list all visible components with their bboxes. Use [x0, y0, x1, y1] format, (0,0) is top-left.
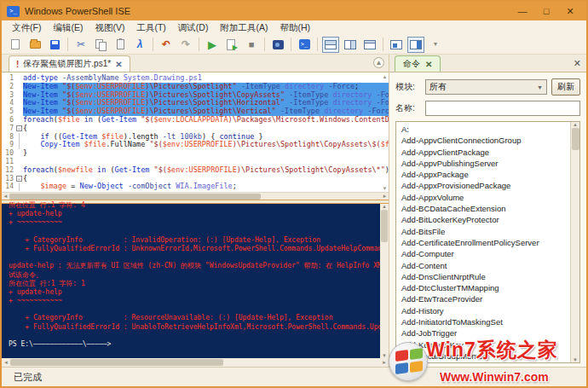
script-editor-pane[interactable]: 1add-type -AssemblyName System.Drawing.p… [2, 72, 389, 200]
save-floppy-icon [50, 40, 60, 49]
copy-button[interactable] [92, 37, 109, 53]
open-folder-icon [30, 41, 41, 49]
toolbar-overflow-button[interactable]: ▾ [427, 37, 444, 53]
command-item[interactable]: Add-BitsFile [396, 226, 570, 237]
command-item[interactable]: Add-BitLockerKeyProtector [396, 214, 570, 225]
dropdown-caret-icon: ▼ [537, 84, 543, 90]
script-pane-max-icon [364, 40, 376, 49]
script-pane-max-button[interactable] [361, 37, 378, 53]
command-item[interactable]: Add-CertificateEnrollmentPolicyServer [396, 237, 570, 248]
console-line [9, 253, 389, 262]
code-line: 12foreach($newfile in (Get-Item "$($env:… [2, 166, 389, 175]
menu-view[interactable]: 视图(V) [89, 21, 130, 35]
paste-clipboard-icon [117, 39, 124, 49]
run-script-button[interactable]: ▶ [204, 37, 221, 53]
show-command-addon-button[interactable] [407, 37, 424, 53]
code-line: 6foreach($file in (Get-Item "$($env:LOCA… [2, 116, 389, 125]
commands-tab-close-icon[interactable]: ✕ [425, 60, 432, 69]
command-item[interactable]: Add-AppxVolume [396, 192, 570, 203]
command-list-scrollbar[interactable]: ▲▼ [570, 122, 579, 362]
paste-button[interactable] [112, 37, 129, 53]
script-pane-top-button[interactable] [322, 37, 339, 53]
fold-collapse-icon[interactable]: − [16, 125, 22, 131]
menu-addons[interactable]: 附加工具(A) [215, 21, 273, 35]
menu-bar: 文件(F) 编辑(E) 视图(V) 工具(T) 调试(D) 附加工具(A) 帮助… [2, 20, 586, 35]
command-item[interactable]: Add-EtwTraceProvider [396, 293, 570, 304]
command-item[interactable]: Add-AppvClientConnectionGroup [396, 135, 570, 146]
command-item[interactable]: Add-Computer [396, 248, 570, 259]
menu-tools[interactable]: 工具(T) [131, 21, 170, 35]
undo-button[interactable]: ↶ [158, 37, 175, 53]
menu-file[interactable]: 文件(F) [7, 21, 46, 35]
show-command-window-button[interactable] [388, 37, 405, 53]
code-area[interactable]: 1add-type -AssemblyName System.Drawing.p… [2, 72, 389, 192]
code-line: 5New-Item "$($env:USERPROFILE)\Pictures\… [2, 107, 389, 116]
module-dropdown[interactable]: 所有 ▼ [425, 79, 547, 95]
console-line: + update-help [9, 288, 389, 297]
command-item[interactable]: Add-JobTrigger [396, 327, 570, 339]
command-item[interactable]: Add-History [396, 305, 570, 316]
open-script-button[interactable] [26, 37, 43, 53]
copy-icon [95, 39, 106, 49]
save-script-button[interactable] [46, 37, 63, 53]
command-item[interactable]: Add-Content [396, 260, 570, 271]
window-title: Windows PowerShell ISE [25, 6, 130, 16]
commands-tab[interactable]: 命令 ✕ [395, 55, 441, 72]
new-remote-tab-button[interactable] [269, 37, 286, 53]
command-item[interactable]: Add-DtcClusterTMMapping [396, 282, 570, 293]
minimize-button[interactable]: — [516, 6, 528, 17]
script-pane-right-button[interactable] [342, 37, 359, 53]
remote-tab-icon [273, 40, 284, 49]
console-line: update-help : 无法更新带有 UI 区域性 (zh-CN) 的模块 … [9, 262, 389, 270]
code-line: 4New-Item "$($env:USERPROFILE)\Pictures\… [2, 99, 389, 107]
script-pane-right-icon [344, 40, 356, 49]
command-item[interactable]: Add-AppvPublishingServer [396, 158, 570, 169]
name-input[interactable] [425, 101, 580, 116]
command-item[interactable]: Add-DnsClientNrptRule [396, 271, 570, 282]
command-item[interactable]: Add-InitiatorIdToMaskingSet [396, 316, 570, 327]
code-line: 8 if ((Get-Item $file).length -lt 100kb)… [2, 133, 389, 142]
command-item[interactable]: Add-AppxPackage [396, 169, 570, 180]
console-output[interactable]: 所在位置 行:1 字符: 4+ update-help+ ~~~~~~~~~~~… [2, 201, 389, 358]
command-item[interactable]: Add-KdsRootKey [396, 339, 570, 350]
command-item[interactable]: Add-AppvClientPackage [396, 147, 570, 158]
refresh-button[interactable]: 刷新 [551, 78, 580, 96]
script-tab-close-icon[interactable]: ✕ [115, 60, 122, 69]
script-tab[interactable]: ! 保存聚焦锁屏图片.ps1* ✕ [9, 55, 130, 72]
menu-help[interactable]: 帮助(H) [274, 21, 315, 35]
command-item[interactable]: Add-AppxProvisionedPackage [396, 180, 570, 191]
editor-horizontal-scrollbar[interactable]: ◂▸ [2, 192, 389, 200]
console-vertical-scrollbar[interactable]: ▲▼ [380, 204, 389, 358]
code-line: 7−{ [2, 125, 389, 133]
command-item[interactable]: Add-LocalGroupMember [396, 350, 570, 362]
console-pane[interactable]: 所在位置 行:1 字符: 4+ update-help+ ~~~~~~~~~~~… [2, 203, 389, 367]
clear-console-button[interactable]: λ [131, 37, 148, 53]
cut-button[interactable]: ✂ [72, 37, 89, 53]
toolbar: ✂ λ ↶ ↷ ▶ ■ >_ ▾ [2, 35, 586, 55]
cut-scissors-icon: ✂ [77, 39, 85, 49]
stop-operation-button[interactable]: ■ [243, 37, 260, 53]
command-item[interactable]: Add-BCDataCacheExtension [396, 203, 570, 214]
maximize-button[interactable]: □ [540, 6, 552, 17]
fold-collapse-icon[interactable]: − [16, 176, 22, 182]
clear-console-icon: λ [137, 39, 143, 49]
editor-vertical-scrollbar[interactable]: ▲▼ [381, 74, 389, 191]
panel-close-icon[interactable]: ✕ [574, 58, 581, 69]
redo-button[interactable]: ↷ [177, 37, 194, 53]
run-selection-button[interactable] [223, 37, 240, 53]
collapse-script-pane-button[interactable]: ▲ [373, 57, 384, 68]
start-powershell-button[interactable]: >_ [296, 37, 313, 53]
command-addon-icon [410, 40, 422, 49]
code-line: 11 [2, 158, 389, 166]
menu-debug[interactable]: 调试(D) [173, 21, 214, 35]
title-bar[interactable]: >_ Windows PowerShell ISE — □ ✕ [2, 2, 586, 20]
new-script-button[interactable] [7, 37, 24, 53]
menu-edit[interactable]: 编辑(E) [48, 21, 88, 35]
status-text: 已完成 [14, 371, 42, 384]
close-button[interactable]: ✕ [564, 6, 576, 17]
run-play-icon: ▶ [208, 39, 216, 50]
console-horizontal-scrollbar[interactable]: ◂▸ [2, 358, 389, 367]
console-line: + FullyQualifiedErrorId : UnknownErrorId… [9, 245, 389, 253]
command-list[interactable]: A:Add-AppvClientConnectionGroupAdd-AppvC… [395, 121, 580, 363]
console-line [9, 332, 389, 340]
